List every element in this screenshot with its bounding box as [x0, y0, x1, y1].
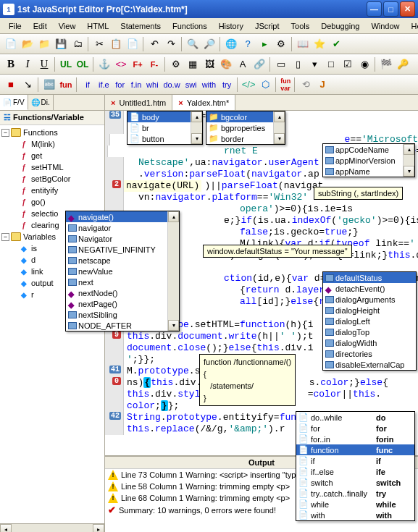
red-square-icon[interactable]: ■ [3, 77, 19, 93]
popup-item[interactable]: 📄try..catch..finallytry [296, 488, 414, 499]
ul-button[interactable]: UL [58, 56, 74, 72]
abc-icon[interactable]: 🔤 [41, 77, 57, 93]
fin-button[interactable]: f.in [129, 77, 144, 93]
fminus-button[interactable]: F- [146, 56, 162, 72]
close-button[interactable]: ✕ [400, 1, 415, 17]
popup-item[interactable]: ◆navigate() [66, 211, 179, 222]
tag2-icon[interactable]: </> [241, 77, 256, 93]
popup-item[interactable]: 📄for..inforin [296, 434, 414, 444]
scroll-up-icon[interactable]: ▴ [404, 144, 414, 155]
dow-button[interactable]: do.w [161, 77, 182, 93]
popup-item[interactable]: ◆nextPage() [66, 298, 179, 309]
with-button[interactable]: with [200, 77, 219, 93]
find-icon[interactable]: 🔍 [185, 36, 201, 52]
tree-fn[interactable]: ƒget [1, 150, 103, 161]
find2-icon[interactable]: 🔎 [201, 36, 217, 52]
scroll-up-icon[interactable]: ▴ [191, 111, 202, 122]
popup-item[interactable]: 📄do..whiledo [296, 412, 414, 423]
popup-item[interactable]: defaultStatus [323, 272, 416, 283]
tree-functions[interactable]: −Functions [1, 127, 103, 138]
book-icon[interactable]: 📖 [295, 36, 311, 52]
popup-item[interactable]: ◆nextNode() [66, 287, 179, 298]
popup-item[interactable]: appCodeName [323, 144, 414, 155]
ol-button[interactable]: OL [75, 56, 91, 72]
popup-item[interactable]: Navigator [66, 233, 179, 244]
menu-view[interactable]: View [54, 20, 81, 32]
autocomplete-app[interactable]: appCodeName appMinorVersion appName ▴▾ [322, 143, 415, 177]
autocomplete-attrs[interactable]: 📁bgcolor 📁bgproperties 📁border ▴▾ [206, 111, 285, 145]
maximize-button[interactable]: □ [383, 1, 398, 17]
palette-icon[interactable]: 🎨 [218, 56, 234, 72]
file-tab[interactable]: ×Untitled1.htm [105, 95, 172, 110]
popup-item[interactable]: appMinorVersion [323, 155, 414, 166]
autocomplete-stmt[interactable]: 📄do..whiledo 📄forfor 📄for..inforin 📄func… [296, 411, 415, 521]
popup-item[interactable]: navigator [66, 222, 179, 233]
popup-item[interactable]: dialogArguments [323, 294, 416, 305]
popup-item[interactable]: dialogLeft [323, 316, 416, 326]
j-icon[interactable]: J [314, 77, 330, 93]
popup-item[interactable]: newValue [66, 266, 179, 276]
tree-fn[interactable]: ƒsetBgColor [1, 173, 103, 185]
save-icon[interactable]: 💾 [53, 36, 69, 52]
link-icon[interactable]: 🔗 [251, 56, 267, 72]
autocomplete-tags[interactable]: 📄body 📄br 📄button ▴▾ [127, 111, 203, 145]
run-icon[interactable]: ▸ [256, 36, 272, 52]
if-button[interactable]: if [80, 77, 96, 93]
menu-debugging[interactable]: Debugging [316, 20, 364, 32]
popup-item[interactable]: 📄switchswitch [296, 477, 414, 488]
button-icon[interactable]: □ [323, 56, 339, 72]
tool-icon[interactable]: ⚙ [273, 36, 289, 52]
tree-fn[interactable]: ƒentityify [1, 185, 103, 196]
open-icon[interactable]: 📂 [20, 36, 35, 52]
tree-fn[interactable]: ƒsetHTML [1, 161, 103, 173]
panel-tab-di[interactable]: 🌐 Di. [28, 95, 54, 110]
popup-item[interactable]: dialogHeight [323, 305, 416, 316]
popup-item[interactable]: next [66, 276, 179, 287]
input-icon[interactable]: ▭ [273, 56, 289, 72]
undo-icon[interactable]: ↶ [146, 36, 162, 52]
menu-edit[interactable]: Edit [28, 20, 52, 32]
copy-icon[interactable]: 📋 [108, 36, 124, 52]
menu-history[interactable]: History [214, 20, 248, 32]
autocomplete-def[interactable]: defaultStatus ◆detachEvent() dialogArgum… [322, 271, 417, 371]
help-icon[interactable]: ? [240, 36, 256, 52]
app-icon2[interactable]: ⬡ [257, 77, 273, 93]
menu-help[interactable]: Help [406, 20, 418, 32]
anchor-icon[interactable]: ⚓ [96, 56, 112, 72]
bold-button[interactable]: B [3, 56, 19, 72]
scroll-down-icon[interactable]: ▾ [191, 133, 202, 144]
select-icon[interactable]: ▾ [306, 56, 322, 72]
underline-button[interactable]: U [36, 56, 52, 72]
new-icon[interactable]: 📄 [3, 36, 19, 52]
scroll-up-icon[interactable]: ▴ [168, 211, 179, 222]
globe-icon[interactable]: 🌐 [223, 36, 239, 52]
autocomplete-nav[interactable]: ◆navigate() navigator Navigator NEGATIVE… [65, 211, 180, 332]
menu-tools[interactable]: Tools [286, 20, 315, 32]
menu-file[interactable]: File [4, 20, 27, 32]
ife-button[interactable]: if.e [96, 77, 112, 93]
tab-close-icon[interactable]: × [178, 98, 183, 107]
tag-icon[interactable]: <> [113, 56, 129, 72]
funvar-button[interactable]: funvar [279, 77, 292, 93]
redo-icon[interactable]: ↷ [163, 36, 179, 52]
swi-button[interactable]: swi [183, 77, 199, 93]
popup-item[interactable]: appName [323, 166, 414, 177]
popup-item[interactable]: 📄ifif [296, 455, 414, 466]
table-icon[interactable]: ▦ [185, 56, 201, 72]
radio-icon[interactable]: ◉ [356, 56, 372, 72]
whi-button[interactable]: whi [144, 77, 160, 93]
image-icon[interactable]: 🖼 [201, 56, 217, 72]
popup-item[interactable]: NEGATIVE_INFINITY [66, 244, 179, 255]
tree-fn[interactable]: ƒM(link) [1, 138, 103, 150]
open2-icon[interactable]: 📁 [36, 36, 52, 52]
popup-item[interactable]: 📄forfor [296, 423, 414, 434]
minimize-button[interactable]: — [367, 1, 382, 17]
for-button[interactable]: for [112, 77, 128, 93]
cycle-icon[interactable]: ⟲ [298, 77, 314, 93]
popup-item[interactable]: NODE_AFTER [66, 320, 179, 331]
try-button[interactable]: try [219, 77, 235, 93]
fun-button[interactable]: fun [58, 77, 74, 93]
popup-item[interactable]: directories [323, 348, 416, 359]
popup-item[interactable]: disableExternalCap [323, 359, 416, 370]
flag-icon[interactable]: 🏁 [378, 56, 394, 72]
